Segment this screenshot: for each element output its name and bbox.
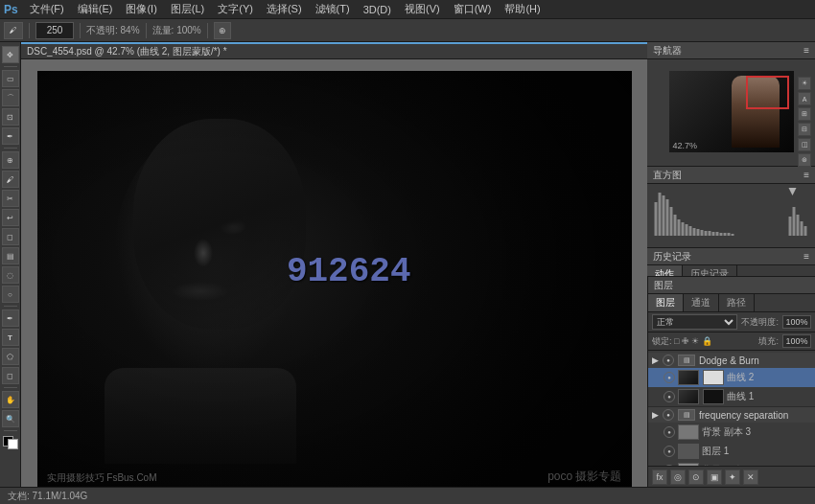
svg-rect-13 [705, 231, 708, 236]
menu-help[interactable]: 帮助(H) [499, 1, 546, 17]
toolbar-separator-3 [146, 23, 147, 38]
nav-icon-3[interactable]: ⊞ [798, 107, 811, 121]
group-name-dodge-burn: Dodge & Burn [699, 355, 759, 366]
history-options-icon[interactable]: ≡ [803, 251, 809, 262]
app-logo: Ps [4, 3, 18, 16]
path-tool[interactable]: ⬠ [2, 348, 19, 365]
svg-rect-14 [709, 231, 711, 236]
color-picker[interactable] [3, 436, 18, 449]
layers-panel-header: 图层 [648, 277, 815, 294]
layer-mask-button[interactable]: ◎ [670, 470, 686, 485]
layer-delete-button[interactable]: ✕ [743, 470, 758, 485]
layer-name-curve2: 曲线 2 [727, 371, 811, 384]
clone-stamp-tool[interactable]: ✂ [2, 190, 19, 207]
menu-3d[interactable]: 3D(D) [358, 3, 397, 16]
blend-mode-select[interactable]: 正常 溶解 正片叠底 [652, 314, 737, 330]
menu-layer[interactable]: 图层(L) [165, 1, 210, 17]
layers-list: ▶ ● ▤ Dodge & Burn ● 曲线 2 ● 曲线 1 ▶ [648, 351, 815, 466]
menu-view[interactable]: 视图(V) [399, 1, 446, 17]
menu-image[interactable]: 图像(I) [120, 1, 162, 17]
freq-sep-group-header[interactable]: ▶ ● ▤ frequency separation [648, 407, 815, 423]
nav-icon-5[interactable]: ◫ [798, 138, 811, 151]
navigator-options-icon[interactable]: ≡ [803, 45, 809, 56]
brush-tool[interactable]: 🖌 [2, 171, 19, 188]
shape-tool[interactable]: ◻ [2, 367, 19, 384]
gradient-tool[interactable]: ▤ [2, 247, 19, 264]
canvas-content[interactable]: 912624 实用摄影技巧 FsBus.CoM poco 摄影专题 [21, 59, 647, 504]
dodge-burn-group-header[interactable]: ▶ ● ▤ Dodge & Burn [648, 353, 815, 368]
group-eye-icon[interactable]: ● [663, 355, 674, 366]
svg-rect-11 [697, 229, 700, 236]
menu-file[interactable]: 文件(F) [24, 1, 70, 17]
layer-item-bg-copy3[interactable]: ● 背景 副本 3 [648, 423, 815, 442]
blur-tool[interactable]: ◌ [2, 266, 19, 284]
group-thumb-2: ▤ [678, 409, 695, 421]
tab-paths[interactable]: 路径 [719, 294, 755, 311]
navigator-panel: 导航器 ≡ 42.7% ☀ A ⊞ ⊟ ◫ [647, 42, 815, 167]
toolbar: 🖌 不透明: 84% 流量: 100% ⊕ [0, 19, 815, 42]
hand-tool[interactable]: ✋ [2, 391, 19, 408]
text-tool[interactable]: T [2, 329, 19, 346]
canvas-tab[interactable]: DSC_4554.psd @ 42.7% (曲线 2, 图层蒙版/*) * [21, 42, 647, 59]
layer-group-dodge-burn: ▶ ● ▤ Dodge & Burn ● 曲线 2 ● 曲线 1 [648, 353, 815, 407]
svg-rect-24 [801, 221, 803, 236]
layer-name-curve1: 曲线 1 [727, 390, 811, 403]
crop-tool[interactable]: ⊡ [2, 108, 19, 126]
nav-icon-4[interactable]: ⊟ [798, 123, 811, 136]
nav-icon-6[interactable]: ⊛ [798, 153, 811, 167]
opacity-input[interactable] [782, 315, 811, 329]
group-arrow-icon-2: ▶ [652, 410, 659, 420]
layer-group-button[interactable]: ▣ [707, 470, 722, 485]
histogram-options-icon[interactable]: ≡ [803, 170, 809, 180]
layer-item-curve1[interactable]: ● 曲线 1 [648, 387, 815, 406]
eraser-tool[interactable]: ◻ [2, 228, 19, 245]
layer-item-curve2[interactable]: ● 曲线 2 [648, 368, 815, 387]
menu-select[interactable]: 选择(S) [261, 1, 308, 17]
brush-size-input[interactable] [35, 22, 74, 39]
layer-eye-bg3[interactable]: ● [664, 426, 675, 438]
nav-icon-1[interactable]: ☀ [798, 77, 811, 90]
lasso-tool[interactable]: ⌒ [2, 89, 19, 106]
history-header: 历史记录 ≡ [647, 248, 815, 265]
watermark-bottom-right: poco 摄影专题 [547, 469, 621, 485]
menu-window[interactable]: 窗口(W) [448, 1, 498, 17]
pen-tool[interactable]: ✒ [2, 309, 19, 327]
tab-channels[interactable]: 通道 [684, 294, 719, 311]
layers-title: 图层 [654, 279, 673, 292]
group-eye-icon-2[interactable]: ● [663, 409, 674, 421]
fill-input[interactable] [782, 334, 811, 348]
navigator-thumbnail: 42.7% [669, 71, 794, 152]
zoom-tool[interactable]: 🔍 [2, 410, 19, 427]
dodge-tool[interactable]: ○ [2, 286, 19, 303]
healing-brush-tool[interactable]: ⊕ [2, 151, 19, 169]
layer-item-layer1[interactable]: ● 图层 1 [648, 442, 815, 461]
menu-text[interactable]: 文字(Y) [212, 1, 259, 17]
layer-eye-curve2[interactable]: ● [664, 372, 675, 383]
nav-viewport-box[interactable] [746, 76, 789, 109]
eyedropper-tool[interactable]: ✒ [2, 127, 19, 145]
menu-edit[interactable]: 编辑(E) [72, 1, 119, 17]
history-brush-tool[interactable]: ↩ [2, 209, 19, 226]
rectangle-select-tool[interactable]: ▭ [2, 70, 19, 87]
layer-adjustment-button[interactable]: ⊙ [688, 470, 704, 485]
layer-new-button[interactable]: ✦ [725, 470, 740, 485]
svg-rect-3 [666, 199, 669, 236]
layer-fx-button[interactable]: fx [652, 470, 667, 485]
tab-layers[interactable]: 图层 [648, 294, 684, 311]
layer-eye-layer1[interactable]: ● [664, 446, 675, 457]
group-name-freq-sep: frequency separation [699, 410, 788, 421]
airbrush-icon[interactable]: ⊕ [214, 22, 231, 39]
menu-filter[interactable]: 滤镜(T) [310, 1, 356, 17]
tools-panel: ✥ ▭ ⌒ ⊡ ✒ ⊕ 🖌 ✂ ↩ ◻ ▤ ◌ ○ ✒ T ⬠ ◻ ✋ 🔍 [0, 42, 21, 504]
tool-sep-4 [4, 387, 17, 388]
layer-eye-curve1[interactable]: ● [664, 391, 675, 402]
canvas-tab-title: DSC_4554.psd @ 42.7% (曲线 2, 图层蒙版/*) * [27, 45, 227, 58]
nav-icon-2[interactable]: A [798, 92, 811, 105]
svg-rect-5 [674, 215, 677, 236]
background-color[interactable] [8, 439, 18, 449]
move-tool[interactable]: ✥ [2, 46, 19, 63]
brush-tool-icon[interactable]: 🖌 [4, 22, 23, 39]
watermark-bottom-left: 实用摄影技巧 FsBus.CoM [47, 471, 157, 485]
svg-rect-7 [682, 222, 685, 236]
svg-rect-20 [732, 234, 734, 236]
